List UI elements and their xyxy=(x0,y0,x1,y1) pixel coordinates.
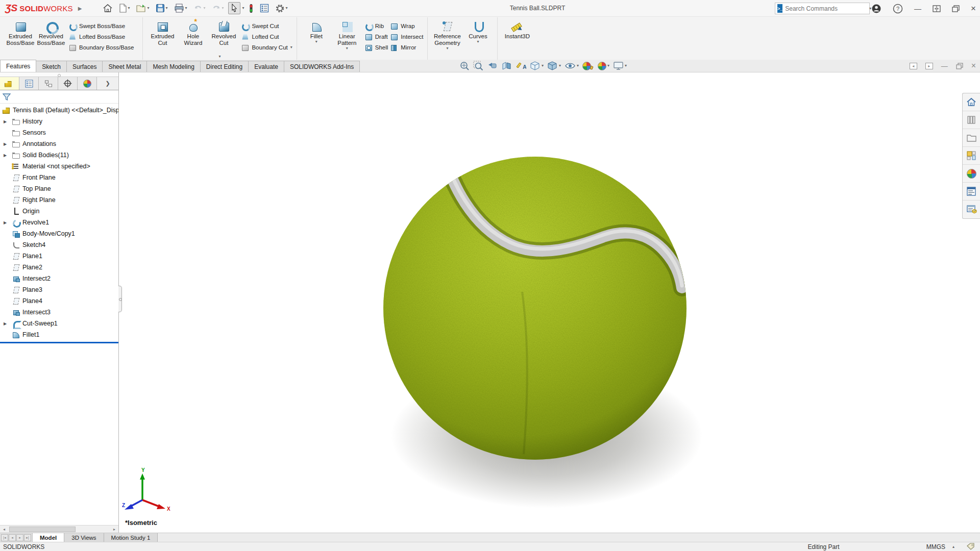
ribbon-stack-button[interactable]: Draft xyxy=(364,31,388,42)
rollback-bar[interactable] xyxy=(0,342,118,343)
tree-item[interactable]: ▶ Sketch4 xyxy=(0,239,118,251)
print-button[interactable]: ▾ xyxy=(172,2,189,14)
expand-arrow-icon[interactable]: ▶ xyxy=(4,153,7,158)
ribbon-big-button[interactable]: Hole Wizard ▾ xyxy=(178,19,208,51)
zoom-to-fit-button[interactable] xyxy=(459,61,470,71)
panel-grip[interactable] xyxy=(0,72,118,77)
first-tab-icon[interactable]: |◂ xyxy=(1,534,8,541)
scrollbar-thumb[interactable] xyxy=(9,527,76,532)
tree-item[interactable]: ▶ Plane3 xyxy=(0,284,118,295)
graphics-viewport[interactable]: Y X Z *Isometric xyxy=(119,72,980,533)
dropdown-arrow-icon[interactable]: ▾ xyxy=(446,46,448,51)
solidworks-forum-button[interactable] xyxy=(963,201,980,218)
ribbon-tab[interactable]: Features xyxy=(0,60,36,72)
tree-item[interactable]: ▶ Plane2 xyxy=(0,262,118,273)
minimize-icon[interactable]: — xyxy=(914,5,921,12)
ribbon-tab[interactable]: Sketch xyxy=(36,61,67,72)
options-button[interactable]: ▾ xyxy=(273,2,290,15)
ribbon-stack-button[interactable]: Swept Boss/Base ▾ xyxy=(68,20,138,31)
dropdown-arrow-icon[interactable]: ▾ xyxy=(559,64,561,68)
ribbon-big-button[interactable]: Curves ▾ xyxy=(462,19,493,51)
file-explorer-button[interactable] xyxy=(963,129,980,147)
restore-icon[interactable] xyxy=(952,5,960,12)
tree-root-item[interactable]: Tennis Ball (Default) <<Default>_Displa xyxy=(0,105,118,116)
home-button[interactable] xyxy=(101,2,115,14)
ribbon-big-button[interactable]: Linear Pattern ▾ xyxy=(332,19,362,51)
dropdown-arrow-icon[interactable]: ▾ xyxy=(315,40,317,44)
ribbon-stack-button[interactable]: Lofted Cut ▾ xyxy=(241,31,292,42)
ribbon-tab[interactable]: Mesh Modeling xyxy=(146,61,200,72)
section-view-button[interactable] xyxy=(501,61,512,71)
ribbon-stack-button[interactable]: Boundary Boss/Base ▾ xyxy=(68,42,138,53)
document-tab[interactable]: 3D Views xyxy=(64,533,104,542)
tag-icon[interactable] xyxy=(967,543,975,550)
close-doc-icon[interactable]: × xyxy=(971,61,976,70)
expand-arrow-icon[interactable]: ▶ xyxy=(4,321,7,326)
tree-item[interactable]: ▶ Sensors xyxy=(0,127,118,138)
tree-item[interactable]: ▶ Right Plane xyxy=(0,194,118,206)
tree-item[interactable]: ▶ Cut-Sweep1 xyxy=(0,318,118,329)
previous-view-button[interactable] xyxy=(487,61,498,71)
dropdown-arrow-icon[interactable]: ▾ xyxy=(577,64,579,68)
tree-item[interactable]: ▶ Material <not specified> xyxy=(0,161,118,172)
dropdown-arrow-icon[interactable]: ▾ xyxy=(185,6,187,10)
dropdown-arrow-icon[interactable]: ▾ xyxy=(166,6,168,10)
ribbon-big-button[interactable]: Fillet ▾ xyxy=(301,19,332,51)
tree-item[interactable]: ▶ History xyxy=(0,116,118,127)
scroll-left-icon[interactable]: ◂ xyxy=(0,527,8,532)
ribbon-stack-button[interactable]: Wrap xyxy=(390,20,423,31)
select-tool-button[interactable] xyxy=(228,2,240,14)
ribbon-tab[interactable]: SOLIDWORKS Add-Ins xyxy=(284,61,360,72)
expand-panel-tabs-icon[interactable]: ❯ xyxy=(97,77,118,90)
configurationmanager-tab[interactable] xyxy=(39,77,58,90)
tree-item[interactable]: ▶ Intersect3 xyxy=(0,307,118,318)
help-icon[interactable]: ? xyxy=(893,4,903,14)
dropdown-arrow-icon[interactable]: ▾ xyxy=(346,46,348,51)
collapse-left-pane-icon[interactable]: ◂ xyxy=(910,63,917,69)
ribbon-big-button[interactable]: Revolved Cut ▾ xyxy=(208,19,239,51)
tree-item[interactable]: ▶ Fillet1 xyxy=(0,329,118,340)
tree-item[interactable]: ▶ Revolve1 xyxy=(0,217,118,228)
dropdown-arrow-icon[interactable]: ▾ xyxy=(286,6,288,10)
dropdown-arrow-icon[interactable]: ▾ xyxy=(204,6,206,10)
ribbon-stack-button[interactable]: Intersect xyxy=(390,31,423,42)
collapse-right-pane-icon[interactable]: ▸ xyxy=(925,63,933,69)
view-orientation-button[interactable]: ▾ xyxy=(530,61,544,71)
solidworks-resources-button[interactable] xyxy=(963,93,980,111)
view-settings-button[interactable]: ▾ xyxy=(613,61,627,71)
apply-scene-button[interactable]: ▾ xyxy=(598,62,609,70)
last-tab-icon[interactable]: ▸| xyxy=(24,534,31,541)
new-document-button[interactable]: ▾ xyxy=(117,2,132,14)
ribbon-stack-button[interactable]: Lofted Boss/Base ▾ xyxy=(68,31,138,42)
document-tab[interactable]: Motion Study 1 xyxy=(104,533,158,542)
ribbon-big-button[interactable]: Extruded Boss/Base ▾ xyxy=(5,19,36,51)
ribbon-big-button[interactable]: Extruded Cut ▾ xyxy=(147,19,178,51)
panel-splitter-handle[interactable] xyxy=(118,286,122,312)
dropdown-arrow-icon[interactable]: ▾ xyxy=(477,40,479,44)
ribbon-stack-button[interactable]: Rib xyxy=(364,20,388,31)
appearances-scenes-button[interactable] xyxy=(963,165,980,183)
user-account-icon[interactable] xyxy=(871,4,881,14)
search-input[interactable] xyxy=(785,5,864,12)
ribbon-big-button[interactable]: Revolved Boss/Base ▾ xyxy=(36,19,66,51)
edit-appearance-button[interactable] xyxy=(582,62,594,70)
tree-item[interactable]: ▶ Intersect2 xyxy=(0,273,118,284)
tree-item[interactable]: ▶ Annotations xyxy=(0,138,118,149)
close-icon[interactable]: × xyxy=(971,5,976,12)
tree-item[interactable]: ▶ Plane4 xyxy=(0,295,118,307)
expand-arrow-icon[interactable]: ▶ xyxy=(4,119,7,124)
dropdown-arrow-icon[interactable]: ▾ xyxy=(148,6,150,10)
ribbon-tab[interactable]: Direct Editing xyxy=(200,61,249,72)
prev-tab-icon[interactable]: ◂ xyxy=(9,534,16,541)
hide-show-items-button[interactable]: ▾ xyxy=(565,61,579,71)
featuremanager-tab[interactable] xyxy=(0,77,19,90)
ribbon-tab[interactable]: Sheet Metal xyxy=(102,61,147,72)
tree-item[interactable]: ▶ Front Plane xyxy=(0,172,118,183)
custom-properties-button[interactable] xyxy=(963,183,980,201)
zoom-to-area-button[interactable] xyxy=(473,61,483,71)
search-commands-box[interactable]: >_ ▾ xyxy=(775,3,870,14)
tree-item[interactable]: ▶ Top Plane xyxy=(0,183,118,194)
tree-item[interactable]: ▶ Body-Move/Copy1 xyxy=(0,228,118,239)
expand-arrow-icon[interactable]: ▶ xyxy=(4,142,7,146)
ribbon-big-button[interactable]: Reference Geometry ▾ xyxy=(432,19,462,51)
